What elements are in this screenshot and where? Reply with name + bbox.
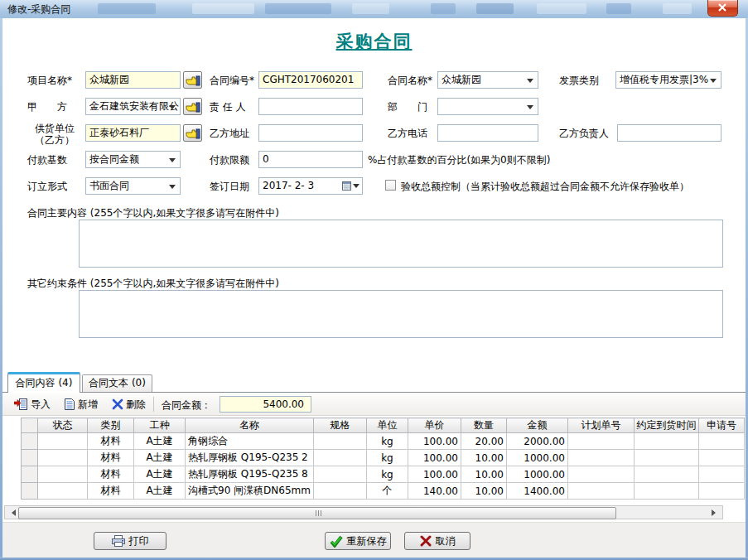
- cell[interactable]: 100.00: [408, 466, 461, 483]
- other-terms-textarea[interactable]: [79, 290, 723, 338]
- table-row[interactable]: 材料A土建沟槽式90 闸渫稹DN65mm个140.0010.001400.00: [22, 483, 745, 500]
- cell[interactable]: 10.00: [461, 466, 506, 483]
- scroll-left-button[interactable]: [5, 506, 17, 519]
- cell[interactable]: [567, 466, 634, 483]
- cell[interactable]: [313, 450, 366, 466]
- partyb-manager-input[interactable]: [617, 124, 721, 142]
- amount-input[interactable]: 5400.00: [220, 396, 311, 413]
- cell[interactable]: [313, 433, 366, 450]
- cell[interactable]: A土建: [134, 450, 186, 466]
- cell[interactable]: 角钢综合: [186, 433, 314, 450]
- column-header[interactable]: 数量: [461, 418, 506, 433]
- cell[interactable]: 材料: [88, 483, 134, 500]
- cell[interactable]: 20.00: [461, 433, 506, 450]
- tab-contract-text[interactable]: 合同文本 (0): [82, 374, 152, 393]
- cell[interactable]: [698, 483, 744, 500]
- dept-select[interactable]: [437, 98, 538, 115]
- column-header[interactable]: 单位: [366, 418, 408, 433]
- cell[interactable]: [634, 433, 698, 450]
- cell[interactable]: [698, 450, 744, 466]
- column-header[interactable]: 申请号: [698, 418, 744, 433]
- cell[interactable]: 材料: [88, 466, 134, 483]
- cell[interactable]: 100.00: [408, 450, 461, 466]
- print-button[interactable]: 打印: [94, 532, 166, 550]
- cell[interactable]: 材料: [88, 433, 134, 450]
- column-header[interactable]: 计划单号: [567, 418, 634, 433]
- main-content-textarea[interactable]: [79, 220, 723, 268]
- contract-name-select[interactable]: 众城新园: [437, 71, 538, 89]
- form-type-select[interactable]: 书面合同: [85, 177, 181, 195]
- column-header[interactable]: 单价: [408, 418, 461, 433]
- calendar-button[interactable]: [341, 179, 361, 193]
- column-header[interactable]: 名称: [186, 418, 314, 433]
- cell[interactable]: 沟槽式90 闸渫稹DN65mm: [186, 483, 314, 500]
- cell[interactable]: [634, 450, 698, 466]
- party-a-picker-button[interactable]: [183, 98, 202, 115]
- table-row[interactable]: 材料A土建热轧厚钢板 Q195-Q235 8kg100.0010.001000.…: [22, 466, 745, 483]
- add-button[interactable]: 新增: [60, 396, 101, 413]
- cell[interactable]: 热轧厚钢板 Q195-Q235 2: [186, 450, 314, 466]
- save-button[interactable]: 重新保存: [325, 532, 391, 550]
- cell[interactable]: [567, 483, 634, 500]
- row-indicator[interactable]: [22, 466, 38, 483]
- cell[interactable]: 100.00: [408, 433, 461, 450]
- sign-date-input[interactable]: 2017- 2- 3: [258, 177, 363, 195]
- tab-contract-content[interactable]: 合同内容 (4): [7, 372, 80, 393]
- cell[interactable]: kg: [366, 466, 408, 483]
- cell[interactable]: [698, 433, 744, 450]
- cell[interactable]: [38, 483, 88, 500]
- cell[interactable]: [634, 466, 698, 483]
- cell[interactable]: [38, 466, 88, 483]
- column-header[interactable]: 工种: [134, 418, 186, 433]
- titlebar[interactable]: 修改-采购合同: [0, 0, 748, 19]
- delete-button[interactable]: 删除: [109, 396, 149, 413]
- column-header[interactable]: 规格: [313, 418, 366, 433]
- contract-no-input[interactable]: CGHT2017060201: [258, 71, 363, 89]
- table-row[interactable]: 材料A土建角钢综合kg100.0020.002000.00: [22, 433, 745, 450]
- column-header[interactable]: 约定到货时间: [634, 418, 698, 433]
- import-button[interactable]: 导入: [11, 396, 54, 413]
- cell[interactable]: 10.00: [461, 483, 506, 500]
- row-indicator[interactable]: [22, 433, 38, 450]
- supplier-picker-button[interactable]: [183, 124, 202, 142]
- cell[interactable]: 热轧厚钢板 Q195-Q235 8: [186, 466, 314, 483]
- table-row[interactable]: 材料A土建热轧厚钢板 Q195-Q235 2kg100.0010.001000.…: [22, 450, 745, 466]
- cell[interactable]: [38, 450, 88, 466]
- acceptance-checkbox[interactable]: [385, 180, 396, 191]
- cell[interactable]: A土建: [134, 433, 186, 450]
- cell[interactable]: [313, 466, 366, 483]
- partyb-phone-input[interactable]: [437, 124, 538, 142]
- cell[interactable]: [567, 433, 634, 450]
- cell[interactable]: [698, 466, 744, 483]
- cell[interactable]: 2000.00: [506, 433, 567, 450]
- cancel-button[interactable]: 取消: [404, 532, 471, 550]
- column-header[interactable]: 金额: [506, 418, 567, 433]
- cell[interactable]: A土建: [134, 466, 186, 483]
- project-name-input[interactable]: 众城新园: [85, 71, 181, 89]
- cell[interactable]: 10.00: [461, 450, 506, 466]
- cell[interactable]: 个: [366, 483, 408, 500]
- partyb-address-input[interactable]: [258, 124, 363, 142]
- cell[interactable]: 材料: [88, 450, 134, 466]
- invoice-type-select[interactable]: 增值税专用发票|3%: [615, 71, 721, 89]
- cell[interactable]: [38, 433, 88, 450]
- cell[interactable]: 1000.00: [506, 450, 567, 466]
- cell[interactable]: A土建: [134, 483, 186, 500]
- close-button[interactable]: [707, 0, 738, 17]
- h-scrollbar[interactable]: [4, 505, 723, 519]
- scroll-thumb[interactable]: [18, 507, 616, 519]
- cell[interactable]: kg: [366, 433, 408, 450]
- pay-limit-input[interactable]: 0: [258, 151, 363, 168]
- pay-base-select[interactable]: 按合同金额: [85, 151, 181, 168]
- column-header[interactable]: 类别: [88, 418, 134, 433]
- party-a-select[interactable]: 金石建筑安装有限公: [85, 98, 181, 115]
- responsible-input[interactable]: [258, 98, 363, 115]
- cell[interactable]: kg: [366, 450, 408, 466]
- cell[interactable]: 1000.00: [506, 466, 567, 483]
- column-header[interactable]: 状态: [38, 418, 88, 433]
- supplier-input[interactable]: 正泰砂石料厂: [85, 124, 181, 142]
- cell[interactable]: [567, 450, 634, 466]
- project-picker-button[interactable]: [183, 71, 202, 89]
- cell[interactable]: 1400.00: [506, 483, 567, 500]
- cell[interactable]: 140.00: [408, 483, 461, 500]
